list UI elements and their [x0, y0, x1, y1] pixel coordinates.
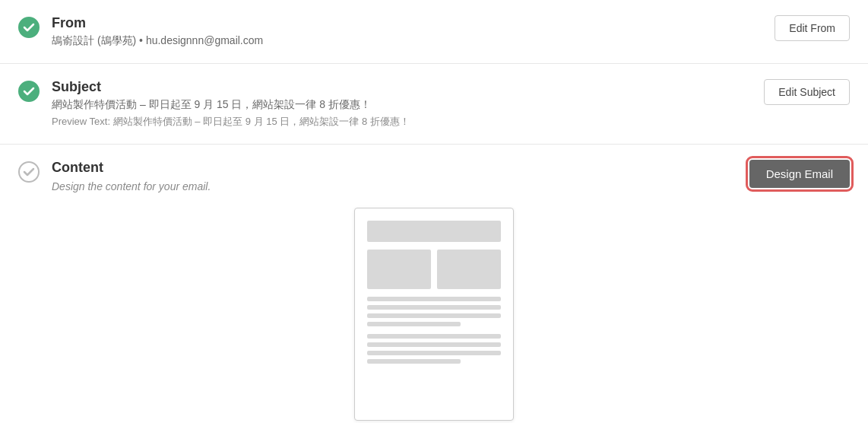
content-title: Content	[52, 160, 749, 176]
content-body: Content Design the content for your emai…	[52, 160, 749, 192]
sender-name: 鴣嵛設計 (鴣學苑)	[52, 34, 136, 46]
template-line	[367, 351, 501, 355]
svg-point-2	[19, 162, 39, 182]
template-col-right	[437, 250, 501, 289]
svg-point-0	[19, 17, 39, 37]
subject-preview-text: Preview Text: 網站製作特價活動 – 即日起至 9 月 15 日，網…	[52, 115, 764, 129]
sender-email: hu.designnn@gmail.com	[146, 34, 263, 46]
template-line	[367, 342, 501, 347]
subject-title: Subject	[52, 79, 764, 95]
template-text-lines-2	[367, 334, 501, 364]
email-template-preview	[354, 208, 514, 421]
template-line-short	[367, 322, 461, 326]
subject-section: Subject 網站製作特價活動 – 即日起至 9 月 15 日，網站架設一律 …	[0, 64, 868, 145]
template-header-bar	[367, 221, 501, 242]
content-action: Design Email	[749, 160, 850, 188]
content-status-icon	[18, 161, 40, 183]
template-two-col	[367, 250, 501, 289]
content-description: Design the content for your email.	[52, 180, 749, 192]
template-line	[367, 334, 501, 339]
template-col-left	[367, 250, 431, 289]
content-section: Content Design the content for your emai…	[0, 145, 868, 423]
subject-text: 網站製作特價活動 – 即日起至 9 月 15 日，網站架設一律 8 折優惠！	[52, 98, 764, 112]
preview-content: 網站製作特價活動 – 即日起至 9 月 15 日，網站架設一律 8 折優惠！	[113, 116, 410, 127]
svg-point-1	[19, 81, 39, 101]
template-line-short	[367, 359, 461, 364]
template-line	[367, 305, 501, 310]
from-section: From 鴣嵛設計 (鴣學苑) • hu.designnn@gmail.com …	[0, 0, 868, 64]
subject-body: Subject 網站製作特價活動 – 即日起至 9 月 15 日，網站架設一律 …	[52, 79, 764, 129]
from-title: From	[52, 15, 775, 31]
subject-status-icon	[18, 81, 40, 102]
content-top-row: Content Design the content for your emai…	[18, 160, 850, 192]
edit-from-button[interactable]: Edit From	[775, 15, 850, 41]
template-line	[367, 313, 501, 318]
template-line	[367, 297, 501, 301]
sender-separator: •	[139, 34, 143, 46]
preview-label: Preview Text:	[52, 116, 110, 127]
from-action: Edit From	[775, 15, 850, 41]
from-status-icon	[18, 17, 40, 38]
from-sender: 鴣嵛設計 (鴣學苑) • hu.designnn@gmail.com	[52, 34, 775, 48]
edit-subject-button[interactable]: Edit Subject	[764, 79, 850, 105]
design-email-button[interactable]: Design Email	[749, 160, 850, 188]
from-body: From 鴣嵛設計 (鴣學苑) • hu.designnn@gmail.com	[52, 15, 775, 48]
subject-action: Edit Subject	[764, 79, 850, 105]
template-text-lines-1	[367, 297, 501, 326]
email-template-preview-wrapper	[18, 192, 850, 421]
